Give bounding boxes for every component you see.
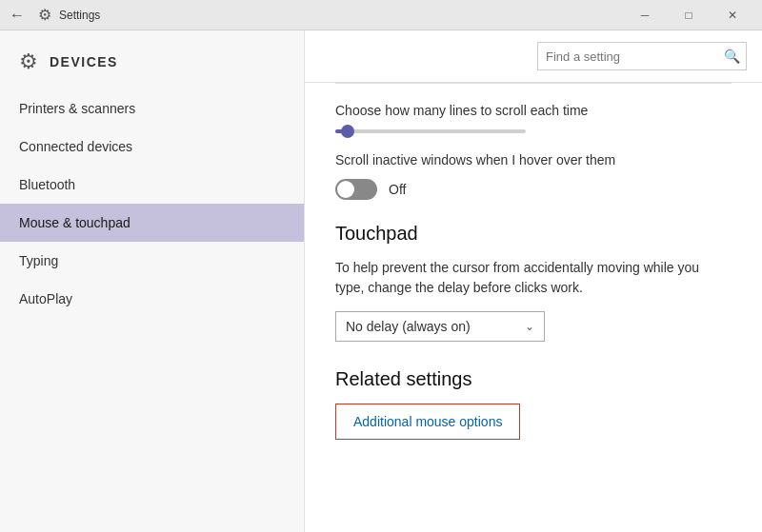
sidebar-header: ⚙ DEVICES [0, 30, 304, 89]
devices-icon: ⚙ [19, 49, 38, 74]
sidebar-section-title: DEVICES [50, 54, 118, 69]
toggle-row: Off [335, 179, 732, 200]
scroll-lines-label: Choose how many lines to scroll each tim… [335, 103, 732, 118]
close-button[interactable]: ✕ [711, 0, 754, 30]
sidebar: ⚙ DEVICES Printers & scanners Connected … [0, 30, 305, 532]
inactive-windows-label: Scroll inactive windows when I hover ove… [335, 152, 732, 167]
content-scroll[interactable]: Choose how many lines to scroll each tim… [305, 83, 762, 532]
sidebar-item-autoplay[interactable]: AutoPlay [0, 280, 304, 318]
touchpad-description: To help prevent the cursor from accident… [335, 258, 732, 298]
titlebar-controls: ─ □ ✕ [623, 0, 754, 30]
touchpad-title: Touchpad [335, 223, 732, 245]
sidebar-nav: Printers & scanners Connected devices Bl… [0, 89, 304, 318]
maximize-button[interactable]: □ [667, 0, 711, 30]
toggle-state-label: Off [389, 182, 406, 197]
titlebar-left: ← ⚙ Settings [4, 6, 100, 24]
touchpad-section: Touchpad To help prevent the cursor from… [335, 223, 732, 342]
sidebar-item-mouse-touchpad[interactable]: Mouse & touchpad [0, 204, 304, 242]
minimize-button[interactable]: ─ [623, 0, 667, 30]
sidebar-item-typing[interactable]: Typing [0, 242, 304, 280]
slider-thumb[interactable] [341, 125, 354, 138]
slider-track[interactable] [335, 129, 526, 133]
sidebar-item-connected-devices[interactable]: Connected devices [0, 128, 304, 166]
dropdown-selected: No delay (always on) [346, 319, 471, 334]
app-container: ⚙ DEVICES Printers & scanners Connected … [0, 30, 762, 532]
search-input[interactable] [538, 45, 717, 69]
titlebar: ← ⚙ Settings ─ □ ✕ [0, 0, 762, 30]
dropdown-chevron-icon: ⌄ [525, 320, 534, 333]
inactive-windows-toggle[interactable] [335, 179, 377, 200]
content-area: 🔍 Choose how many lines to scroll each t… [305, 30, 762, 532]
additional-mouse-options-box[interactable]: Additional mouse options [335, 404, 520, 440]
additional-mouse-options-link[interactable]: Additional mouse options [353, 414, 502, 429]
related-settings-section: Related settings Additional mouse option… [335, 368, 732, 440]
scroll-slider-container[interactable] [335, 129, 732, 133]
toggle-knob [337, 181, 354, 198]
delay-dropdown[interactable]: No delay (always on) ⌄ [335, 311, 545, 342]
back-button[interactable]: ← [4, 7, 30, 24]
search-input-wrap[interactable]: 🔍 [537, 42, 747, 70]
sidebar-item-bluetooth[interactable]: Bluetooth [0, 166, 304, 204]
related-settings-title: Related settings [335, 368, 732, 390]
sidebar-item-printers-scanners[interactable]: Printers & scanners [0, 89, 304, 128]
search-icon[interactable]: 🔍 [717, 43, 746, 69]
search-bar: 🔍 [305, 30, 762, 83]
settings-app-icon: ⚙ [38, 6, 51, 24]
scroll-lines-section: Choose how many lines to scroll each tim… [335, 83, 732, 133]
titlebar-title: Settings [59, 9, 100, 22]
